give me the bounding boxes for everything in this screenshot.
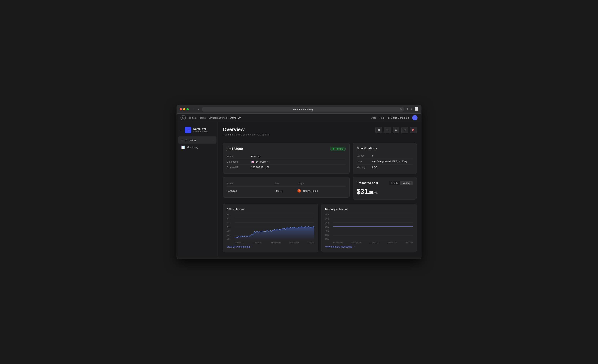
docs-link[interactable]: Docs xyxy=(371,116,376,119)
close-button[interactable] xyxy=(180,108,182,110)
sidebar-back-button[interactable]: ← xyxy=(180,128,183,132)
tabs-icon[interactable]: ⬜ xyxy=(415,107,418,111)
right-column: Specifications vCPUs 4 CPU Intel Core (H… xyxy=(353,143,417,201)
address-bar[interactable] xyxy=(202,107,404,112)
specs-card: Specifications vCPUs 4 CPU Intel Core (H… xyxy=(353,143,417,174)
traffic-lights xyxy=(180,108,189,110)
status-label: Running xyxy=(335,148,343,150)
cpu-label: CPU xyxy=(357,160,372,163)
status-field-value: Running xyxy=(251,155,260,158)
sidebar-item-monitoring-label: Monitoring xyxy=(187,146,198,149)
breadcrumb-vms[interactable]: Virtual machines xyxy=(209,116,227,119)
sidebar-item-overview-label: Overview xyxy=(186,139,196,141)
memory-chart-card: Memory utilization 6GB 5GB 4GB 3GB 2GB 1… xyxy=(321,204,417,252)
disk-col-name-header: Name xyxy=(227,182,275,185)
reload-icon[interactable]: ↻ xyxy=(400,108,402,110)
view-cpu-monitoring-link[interactable]: View CPU monitoring → xyxy=(227,245,314,248)
back-nav-button[interactable]: ‹ xyxy=(192,108,196,111)
breadcrumb: Projects › demo › Virtual machines › Dem… xyxy=(188,116,241,119)
sidebar-vm-name: Demo_vm xyxy=(193,127,208,130)
monthly-toggle[interactable]: Monthly xyxy=(400,181,413,185)
info-table: Status Running Data center 🇬🇧 gb-london-… xyxy=(227,154,346,170)
console-icon: 🖥 xyxy=(395,128,398,132)
console-button[interactable]: 🖥 xyxy=(393,127,399,133)
stop-icon: ⏹ xyxy=(377,128,380,132)
sidebar: ← ☰ Demo_vm Virtual machine ☰ Overview ›… xyxy=(177,122,218,256)
disk-header-row: Name Size Image xyxy=(227,181,346,187)
delete-button[interactable]: 🗑 xyxy=(410,127,417,133)
external-ip-value: 185.169.171.150 xyxy=(251,166,270,169)
breadcrumb-current: Demo_vm xyxy=(230,116,241,119)
cpu-x-labels: 10:42:36 AM 11:16:35 AM 11:50:34 AM 12:2… xyxy=(235,242,314,244)
cpu-y-labels: 18% 15% 12% 9% 6% 3% 0% xyxy=(227,214,234,240)
overview-icon: ☰ xyxy=(181,138,184,142)
left-column: jim123000 Running Status Running xyxy=(223,143,350,201)
vcpus-value: 4 xyxy=(372,155,373,157)
share-icon[interactable]: ⬆ xyxy=(406,107,408,111)
chevron-right-icon: › xyxy=(213,139,214,141)
sidebar-vm-header: ← ☰ Demo_vm Virtual machine xyxy=(177,125,218,136)
page-title: Overview xyxy=(223,127,269,132)
datacenter-row: Data center 🇬🇧 gb-london-1 xyxy=(227,159,346,165)
browser-nav: ‹ › xyxy=(192,108,200,111)
cost-card: Estimated cost Hourly Monthly $31.85/mo xyxy=(353,177,417,199)
cost-period: /mo xyxy=(373,191,378,194)
cpu-chart-card: CPU utilization 18% 15% 12% 9% 6% 3% 0% xyxy=(223,204,318,252)
disk-card: Name Size Image Boot disk 300 GB U Ubunt… xyxy=(223,177,350,198)
logo-icon: ◎ xyxy=(181,115,186,120)
memory-y-labels: 6GB 5GB 4GB 3GB 2GB 1GB 0GB xyxy=(325,214,332,240)
forward-nav-button[interactable]: › xyxy=(197,108,200,111)
restart-icon: ↺ xyxy=(386,128,389,132)
user-avatar[interactable] xyxy=(412,115,417,120)
cost-dollars: $31 xyxy=(357,188,368,195)
cost-cents: .85 xyxy=(368,190,373,195)
sidebar-item-overview[interactable]: ☰ Overview › xyxy=(178,136,216,144)
flag-icon: 🇬🇧 xyxy=(251,160,254,163)
cpu-chart-title: CPU utilization xyxy=(227,208,314,211)
stop-button[interactable]: ⏹ xyxy=(375,127,382,133)
monitoring-icon: 📊 xyxy=(181,145,185,149)
memory-chart-svg xyxy=(333,214,413,240)
disk-col-size-header: Size xyxy=(275,182,298,185)
breadcrumb-demo[interactable]: demo xyxy=(199,116,206,119)
external-ip-label: External IP xyxy=(227,166,251,169)
memory-chart-container: 6GB 5GB 4GB 3GB 2GB 1GB 0GB xyxy=(325,214,413,244)
disk-size: 300 GB xyxy=(275,190,298,192)
breadcrumb-projects[interactable]: Projects xyxy=(188,116,197,119)
memory-chart-title: Memory utilization xyxy=(325,208,413,211)
disk-col-image-header: Image xyxy=(298,182,346,185)
view-memory-monitoring-link[interactable]: View memory monitoring → xyxy=(325,245,413,248)
vm-machine-name: jim123000 xyxy=(227,147,243,151)
grid-icon: ⊞ xyxy=(388,116,390,119)
cost-title: Estimated cost xyxy=(357,182,378,185)
resize-button[interactable]: ⊞ xyxy=(401,127,408,133)
page-header: Overview A summary of this virtual machi… xyxy=(223,127,269,140)
resize-icon: ⊞ xyxy=(404,128,406,132)
top-cards-row: jim123000 Running Status Running xyxy=(223,143,417,201)
help-link[interactable]: Help xyxy=(379,116,384,119)
content-area: Overview A summary of this virtual machi… xyxy=(218,122,421,256)
cloud-console-button[interactable]: ⊞ Cloud Console ▾ xyxy=(388,116,409,119)
sidebar-vm-info: Demo_vm Virtual machine xyxy=(193,127,208,133)
datacenter-label: Data center xyxy=(227,160,251,163)
sidebar-vm-type: Virtual machine xyxy=(193,130,208,133)
cpu-chart-container: 18% 15% 12% 9% 6% 3% 0% xyxy=(227,214,314,244)
trash-icon: 🗑 xyxy=(412,128,415,132)
ubuntu-icon: U xyxy=(298,189,301,192)
sidebar-item-monitoring[interactable]: 📊 Monitoring xyxy=(178,144,216,151)
address-bar-container: 🔒 ↻ xyxy=(202,107,404,112)
minimize-button[interactable] xyxy=(183,108,185,110)
vm-icon: ☰ xyxy=(185,127,191,133)
maximize-button[interactable] xyxy=(187,108,189,110)
action-buttons: ⏹ ↺ 🖥 ⊞ 🗑 xyxy=(375,127,417,133)
new-tab-icon[interactable]: ＋ xyxy=(410,107,413,111)
vcpus-row: vCPUs 4 xyxy=(357,153,413,159)
restart-button[interactable]: ↺ xyxy=(384,127,391,133)
cpu-row: CPU Intel Core (Haswell, IBRS, no TSX) xyxy=(357,159,413,165)
disk-row: Boot disk 300 GB U Ubuntu 20.04 xyxy=(227,188,346,194)
hourly-toggle[interactable]: Hourly xyxy=(389,181,400,185)
page-subtitle: A summary of this virtual machine's deta… xyxy=(223,133,269,136)
specs-title: Specifications xyxy=(357,147,413,150)
vm-status-card: jim123000 Running Status Running xyxy=(223,143,350,174)
datacenter-value: 🇬🇧 gb-london-1 xyxy=(251,160,268,163)
